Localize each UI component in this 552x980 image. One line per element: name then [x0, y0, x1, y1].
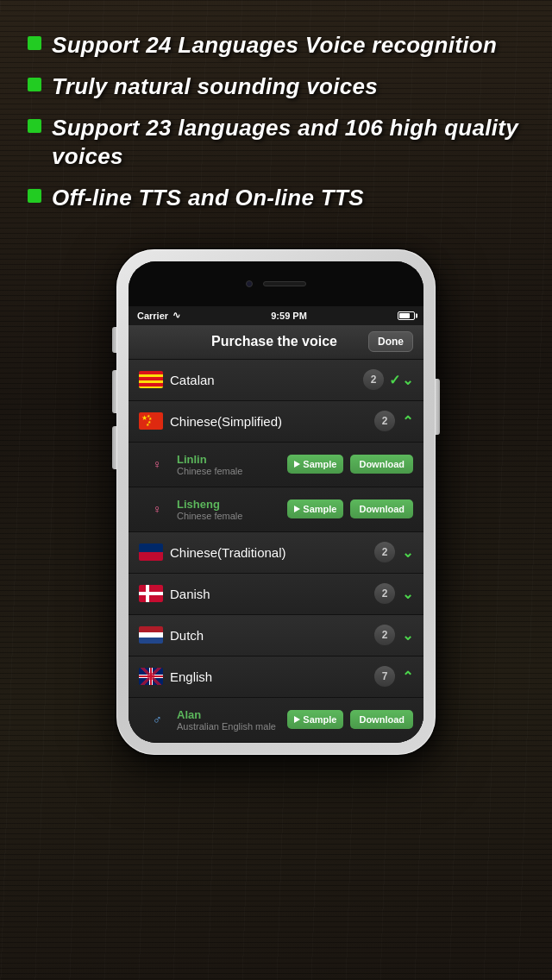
feature-text-2: Truly natural sounding voices: [52, 72, 378, 102]
carrier-label: Carrier: [137, 311, 168, 321]
language-name-english: English: [170, 669, 374, 684]
language-name-catalan: Catalan: [170, 373, 363, 387]
language-row-english[interactable]: English 7 ⌃: [129, 656, 423, 698]
status-left: Carrier ∿: [137, 310, 180, 321]
play-icon-lisheng: [294, 506, 300, 512]
voice-desc-lisheng: Chinese female: [177, 511, 280, 521]
features-section: Support 24 Languages Voice recognition T…: [0, 0, 552, 242]
bullet-icon-2: [28, 78, 41, 91]
sample-label-alan: Sample: [303, 714, 336, 725]
count-badge-chinese-traditional: 2: [374, 542, 395, 562]
voice-name-linlin: Linlin: [177, 453, 280, 466]
flag-dk: [139, 585, 163, 602]
count-badge-catalan: 2: [363, 369, 384, 390]
count-badge-dutch: 2: [374, 625, 395, 645]
wifi-icon: ∿: [172, 310, 180, 321]
time-display: 9:59 PM: [271, 311, 307, 321]
chevron-arrow-catalan[interactable]: ⌄: [402, 372, 413, 388]
battery-fill: [399, 313, 410, 318]
download-button-alan[interactable]: Download: [350, 710, 413, 729]
download-button-lisheng[interactable]: Download: [350, 499, 413, 518]
language-list: Catalan 2 ✓ ⌄ ★ ★ ★ ★ ★ Chinese(Simplifi…: [129, 360, 423, 743]
status-bar: Carrier ∿ 9:59 PM: [129, 306, 423, 325]
voice-info-alan: Alan Australian English male: [177, 708, 280, 732]
language-row-chinese-simplified[interactable]: ★ ★ ★ ★ ★ Chinese(Simplified) 2 ⌃: [129, 401, 423, 443]
count-badge-danish: 2: [374, 583, 395, 604]
language-name-chinese-simplified: Chinese(Simplified): [170, 414, 374, 429]
camera-icon: [246, 280, 253, 287]
flag-catalan-stripes: [139, 371, 163, 388]
power-button: [436, 379, 440, 435]
nav-title: Purchase the voice: [180, 334, 368, 349]
feature-item-3: Support 23 languages and 106 high qualit…: [28, 114, 524, 173]
bullet-icon-1: [28, 36, 41, 50]
download-button-linlin[interactable]: Download: [350, 455, 413, 474]
battery-icon: [398, 311, 415, 320]
feature-text-4: Off-line TTS and On-line TTS: [52, 184, 364, 213]
language-row-catalan[interactable]: Catalan 2 ✓ ⌄: [129, 360, 423, 401]
feature-text-3: Support 23 languages and 106 high qualit…: [52, 114, 524, 173]
flag-catalan: [139, 371, 163, 388]
flag-uk: [139, 668, 163, 685]
voice-info-linlin: Linlin Chinese female: [177, 453, 280, 476]
count-badge-chinese-simplified: 2: [374, 411, 395, 431]
language-name-chinese-traditional: Chinese(Traditional): [170, 545, 374, 560]
navigation-bar: Purchase the voice Done: [129, 325, 423, 360]
voice-desc-alan: Australian English male: [177, 721, 280, 732]
gender-icon-lisheng: ♀: [153, 502, 170, 516]
language-row-danish[interactable]: Danish 2 ⌄: [129, 574, 423, 615]
phone-mockup: Carrier ∿ 9:59 PM Purchase the voice Don…: [0, 249, 552, 755]
status-right: [398, 311, 415, 320]
sample-button-alan[interactable]: Sample: [287, 710, 343, 729]
sample-label-linlin: Sample: [303, 459, 336, 469]
phone-top-bar: [129, 261, 423, 306]
voice-name-lisheng: Lisheng: [177, 498, 280, 511]
voice-info-lisheng: Lisheng Chinese female: [177, 498, 280, 521]
phone-outer: Carrier ∿ 9:59 PM Purchase the voice Don…: [116, 249, 436, 755]
count-badge-english: 7: [374, 666, 395, 687]
gender-icon-linlin: ♀: [153, 457, 170, 471]
chevron-down-icon-catalan: ✓: [389, 372, 400, 388]
language-row-chinese-traditional[interactable]: Chinese(Traditional) 2 ⌄: [129, 532, 423, 574]
language-row-dutch[interactable]: Dutch 2 ⌄: [129, 615, 423, 656]
voice-name-alan: Alan: [177, 708, 280, 721]
flag-tw: [139, 543, 163, 561]
feature-item-1: Support 24 Languages Voice recognition: [28, 31, 524, 60]
play-icon-linlin: [294, 461, 300, 468]
chevron-up-icon-english[interactable]: ⌃: [402, 669, 413, 685]
chevron-down-icon-danish[interactable]: ⌄: [402, 586, 413, 602]
voice-row-linlin: ♀ Linlin Chinese female Sample Download: [129, 443, 423, 487]
volume-up-button: [112, 370, 116, 413]
feature-item-4: Off-line TTS and On-line TTS: [28, 184, 524, 213]
flag-nl: [139, 626, 163, 644]
chevron-down-icon-chinese-traditional[interactable]: ⌄: [402, 544, 413, 561]
phone-screen: Carrier ∿ 9:59 PM Purchase the voice Don…: [129, 261, 423, 743]
sample-button-linlin[interactable]: Sample: [287, 455, 343, 474]
volume-down-button: [112, 426, 116, 469]
bullet-icon-3: [28, 119, 41, 133]
voice-row-lisheng: ♀ Lisheng Chinese female Sample Download: [129, 487, 423, 532]
bullet-icon-4: [28, 189, 41, 203]
sample-label-lisheng: Sample: [303, 504, 336, 514]
language-name-dutch: Dutch: [170, 628, 374, 643]
flag-cn: ★ ★ ★ ★ ★: [139, 412, 163, 430]
sample-button-lisheng[interactable]: Sample: [287, 499, 343, 518]
chevron-up-icon-chinese-simplified[interactable]: ⌃: [402, 413, 413, 430]
play-icon-alan: [294, 716, 300, 723]
speaker-icon: [263, 281, 306, 286]
language-name-danish: Danish: [170, 587, 374, 601]
voice-row-alan: ♂ Alan Australian English male Sample Do…: [129, 698, 423, 743]
gender-icon-alan: ♂: [153, 713, 170, 726]
feature-item-2: Truly natural sounding voices: [28, 72, 524, 102]
feature-text-1: Support 24 Languages Voice recognition: [52, 31, 497, 60]
chevron-down-icon-dutch[interactable]: ⌄: [402, 627, 413, 644]
done-button[interactable]: Done: [368, 331, 413, 352]
voice-desc-linlin: Chinese female: [177, 466, 280, 476]
